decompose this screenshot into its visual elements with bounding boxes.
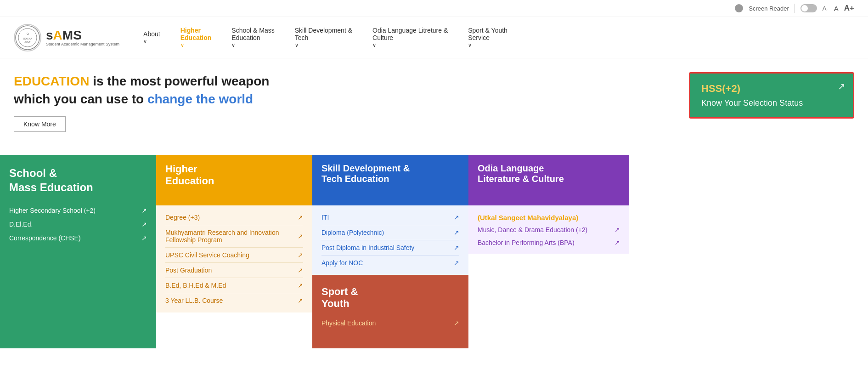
odia-header: Odia LanguageLiterature & Culture — [468, 155, 629, 205]
odia-items: (Utkal Sangeet Mahavidyalaya) Music, Dan… — [468, 205, 629, 254]
hss-arrow-icon: ↗ — [838, 81, 845, 92]
higher-ed-header: HigherEducation — [156, 155, 312, 205]
nav-odia-language[interactable]: Odia Language Litreture &Culture ∨ — [362, 27, 458, 48]
odia-item-bpa[interactable]: Bachelor in Performing Arts (BPA) ↗ — [478, 236, 620, 249]
logo-emblem: ସ ODISHA GOVT — [14, 24, 41, 51]
svg-text:ODISHA: ODISHA — [23, 37, 32, 40]
higher-ed-items: Degree (+3) ↗ Mukhyamantri Research and … — [156, 205, 312, 312]
svg-text:GOVT: GOVT — [25, 41, 31, 44]
education-word: EDUCATION — [14, 74, 89, 88]
hss-title: HSS(+2) — [701, 83, 842, 95]
hero-line2: which you can use to — [14, 92, 147, 106]
navbar: ସ ODISHA GOVT sAMS Student Academic Mana… — [0, 17, 868, 58]
higher-ed-item-postgrad[interactable]: Post Graduation ↗ — [165, 263, 303, 278]
nav-items: About ∨ HigherEducation ∨ School & MassE… — [133, 27, 854, 48]
utkal-title: (Utkal Sangeet Mahavidyalaya) — [478, 210, 620, 223]
sport-panel-title: Sport &Youth — [321, 286, 459, 310]
middle-column: Skill Development &Tech Education ITI ↗ … — [312, 155, 468, 348]
odia-item-music[interactable]: Music, Dance & Drama Education (+2) ↗ — [478, 223, 620, 236]
skill-development-panel: Skill Development &Tech Education ITI ↗ … — [312, 155, 468, 275]
nav-skill-development[interactable]: Skill Development &Tech ∨ — [285, 27, 362, 48]
hero-section: EDUCATION is the most powerful weapon wh… — [0, 58, 868, 141]
font-normal-btn[interactable]: A — [834, 5, 839, 12]
know-more-button[interactable]: Know More — [14, 116, 66, 132]
cards-grid: School &Mass Education Higher Secondary … — [0, 146, 868, 348]
school-item-deled[interactable]: D.El.Ed. ↗ — [9, 217, 147, 231]
skill-header: Skill Development &Tech Education — [312, 155, 468, 205]
odia-language-panel: Odia LanguageLiterature & Culture (Utkal… — [468, 155, 629, 254]
school-mass-education-panel: School &Mass Education Higher Secondary … — [0, 155, 156, 348]
higher-ed-item-upsc[interactable]: UPSC Civil Service Coaching ↗ — [165, 248, 303, 263]
nav-sport-youth[interactable]: Sport & YouthService ∨ — [458, 27, 518, 48]
higher-ed-item-llb[interactable]: 3 Year LL.B. Course ↗ — [165, 293, 303, 308]
school-item-correspondence[interactable]: Correspondence (CHSE) ↗ — [9, 231, 147, 245]
higher-ed-item-degree[interactable]: Degree (+3) ↗ — [165, 210, 303, 225]
svg-text:ସ: ସ — [27, 32, 29, 35]
skill-items: ITI ↗ Diploma (Polytechnic) ↗ Post Diplo… — [312, 205, 468, 275]
nav-school-mass-education[interactable]: School & MassEducation ∨ — [221, 27, 284, 48]
screen-reader-icon — [735, 4, 743, 12]
brand-name: sAMS — [46, 29, 119, 42]
font-minus-btn[interactable]: A- — [823, 5, 829, 12]
screen-reader-label: Screen Reader — [749, 5, 789, 12]
hss-subtitle: Know Your Selection Status — [701, 98, 842, 108]
sport-youth-panel: Sport &Youth Physical Education ↗ — [312, 275, 468, 348]
higher-education-panel: HigherEducation Degree (+3) ↗ Mukhyamant… — [156, 155, 312, 312]
hero-line1-rest: is the most powerful weapon — [89, 74, 269, 88]
school-item-hss[interactable]: Higher Secondary School (+2) ↗ — [9, 204, 147, 217]
skill-item-diploma[interactable]: Diploma (Polytechnic) ↗ — [321, 225, 459, 240]
skill-item-post-diploma[interactable]: Post Diploma in Industrial Safety ↗ — [321, 240, 459, 256]
school-panel-title: School &Mass Education — [9, 166, 147, 194]
skill-item-noc[interactable]: Apply for NOC ↗ — [321, 256, 459, 270]
logo-area: ସ ODISHA GOVT sAMS Student Academic Mana… — [14, 24, 119, 51]
sport-item-physical-ed[interactable]: Physical Education ↗ — [321, 316, 459, 330]
divider-v — [795, 4, 795, 13]
toggle-switch[interactable] — [800, 4, 817, 12]
nav-about[interactable]: About ∨ — [133, 30, 170, 45]
font-plus-btn[interactable]: A+ — [844, 4, 854, 13]
change-world: change the world — [147, 92, 253, 106]
higher-ed-item-mukhyamantri[interactable]: Mukhyamantri Research and Innovation Fel… — [165, 225, 303, 248]
higher-ed-item-bed[interactable]: B.Ed, B.H.Ed & M.Ed ↗ — [165, 278, 303, 293]
hero-headline: EDUCATION is the most powerful weapon wh… — [14, 72, 289, 108]
skill-item-iti[interactable]: ITI ↗ — [321, 210, 459, 225]
hss-card[interactable]: ↗ HSS(+2) Know Your Selection Status — [689, 72, 854, 119]
hero-text: EDUCATION is the most powerful weapon wh… — [14, 72, 671, 132]
logo-subtitle: Student Academic Management System — [46, 42, 119, 46]
nav-higher-education[interactable]: HigherEducation ∨ — [170, 27, 222, 48]
